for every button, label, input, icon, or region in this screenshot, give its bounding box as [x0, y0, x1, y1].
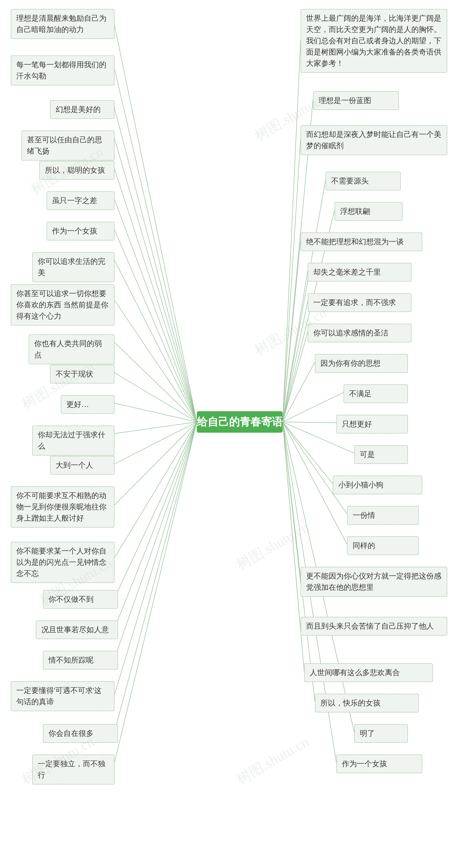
node-l19: 情不知所踪呢 [43, 651, 118, 670]
svg-line-8 [115, 300, 197, 422]
svg-line-17 [115, 422, 197, 628]
node-r22: 作为一个女孩 [336, 754, 422, 773]
node-r14: 小到小猫小狗 [333, 475, 422, 494]
node-r16: 同样的 [347, 536, 419, 555]
node-l3-text: 幻想是美好的 [56, 105, 101, 114]
node-l4-text: 甚至可以任由自己的思绪飞扬 [27, 136, 102, 155]
node-r4-text: 不需要源头 [331, 177, 369, 185]
node-r1-text: 世界上最广阔的是海洋，比海洋更广阔是天空，而比天空更为广阔的是人的胸怀。我们总会… [306, 14, 441, 67]
node-r7-text: 却失之毫米差之千里 [313, 268, 381, 276]
svg-line-15 [115, 422, 197, 558]
node-r12-text: 只想更好 [342, 420, 372, 428]
node-l7: 作为一个女孩 [47, 222, 115, 241]
node-l21: 你会自在很多 [43, 724, 118, 743]
node-l10: 你也有人类共同的弱点 [29, 334, 115, 364]
node-l12: 更好… [61, 395, 115, 414]
node-l11: 不安于现状 [50, 365, 115, 383]
node-l14-text: 大到一个人 [56, 461, 93, 469]
node-l1-text: 理想是清晨醒来勉励自己为自己暗暗加油的动力 [16, 14, 107, 34]
node-r9: 你可以追求感情的圣洁 [308, 323, 411, 342]
node-l1: 理想是清晨醒来勉励自己为自己暗暗加油的动力 [11, 9, 115, 39]
node-l14: 大到一个人 [50, 456, 115, 475]
node-r3: 而幻想却是深夜入梦时能让自己有一个美梦的催眠剂 [300, 125, 447, 155]
svg-line-33 [283, 422, 336, 423]
node-l8: 你可以追求生活的完美 [32, 252, 115, 282]
node-r3-text: 而幻想却是深夜入梦时能让自己有一个美梦的催眠剂 [306, 130, 441, 150]
node-l6-text: 虽只一字之差 [52, 196, 97, 205]
svg-line-5 [115, 199, 197, 422]
node-l18: 况且世事若尽如人意 [36, 620, 118, 639]
node-l10-text: 你也有人类共同的弱点 [34, 340, 102, 359]
svg-line-14 [115, 422, 197, 505]
node-r21-text: 明了 [360, 729, 375, 738]
svg-line-4 [115, 169, 197, 422]
svg-line-20 [115, 422, 197, 732]
node-r10: 因为你有你的思想 [315, 354, 408, 373]
node-l16: 你不能要求某一个人对你自以为是的闪光点一见钟情念念不忘 [11, 542, 115, 583]
node-l2: 每一笔每一划都得用我们的汗水勾勒 [11, 55, 115, 86]
node-r19: 人世间哪有这么多悲欢离合 [304, 663, 433, 682]
svg-line-21 [115, 422, 197, 763]
node-l20: 一定要懂得'可遇不可求'这句话的真谛 [11, 681, 115, 711]
svg-line-31 [283, 362, 315, 422]
node-l19-text: 情不知所踪呢 [49, 656, 93, 664]
node-r2-text: 理想是一份蓝图 [319, 96, 371, 104]
svg-line-16 [115, 422, 197, 598]
svg-line-6 [115, 230, 197, 422]
node-l7-text: 作为一个女孩 [52, 227, 97, 235]
svg-line-10 [115, 373, 197, 422]
node-r9-text: 你可以追求感情的圣洁 [313, 329, 389, 337]
node-r13: 可是 [354, 445, 408, 464]
node-l18-text: 况且世事若尽如人意 [41, 626, 109, 634]
svg-line-32 [283, 393, 344, 422]
node-l22-text: 一定要独立，而不独行 [38, 760, 105, 779]
node-r16-text: 同样的 [353, 541, 375, 550]
node-r11-text: 不满足 [349, 390, 372, 398]
node-l6: 虽只一字之差 [47, 191, 115, 210]
node-r5-text: 浮想联翩 [340, 207, 370, 215]
svg-line-30 [283, 332, 308, 422]
svg-line-24 [283, 138, 300, 422]
mind-map: 树图.shutu.cn 树图.shutu.cn 树图.shutu.cn 树图.s… [0, 0, 458, 868]
svg-line-9 [115, 342, 197, 422]
node-r6-text: 绝不能把理想和幻想混为一谈 [306, 238, 404, 246]
node-r4: 不需要源头 [325, 172, 401, 190]
node-l15: 你不可能要求互不相熟的动物一见到你便很亲昵地往你身上蹭如主人般讨好 [11, 486, 115, 528]
svg-line-27 [283, 241, 300, 422]
svg-line-1 [115, 69, 197, 422]
svg-line-35 [283, 422, 333, 484]
node-r11: 不满足 [344, 384, 408, 403]
node-r7: 却失之毫米差之千里 [308, 263, 411, 282]
node-l8-text: 你可以追求生活的完美 [38, 257, 105, 277]
node-r8: 一定要有追求，而不强求 [308, 293, 411, 312]
node-r8-text: 一定要有追求，而不强求 [313, 299, 396, 307]
node-l20-text: 一定要懂得'可遇不可求'这句话的真谛 [16, 686, 102, 706]
node-r17: 更不能因为你心仪对方就一定得把这份感觉强加在他的思想里 [300, 567, 447, 597]
svg-line-2 [115, 108, 197, 422]
node-r10-text: 因为你有你的思想 [320, 359, 380, 367]
node-l5-text: 所以，聪明的女孩 [45, 166, 105, 174]
svg-line-0 [115, 25, 197, 422]
node-l16-text: 你不能要求某一个人对你自以为是的闪光点一见钟情念念不忘 [16, 547, 107, 578]
svg-line-41 [283, 422, 315, 702]
node-l9-text: 你甚至可以追求一切你想要你喜欢的东西 当然前提是你得有这个心力 [16, 289, 108, 320]
node-l5: 所以，聪明的女孩 [39, 161, 115, 180]
node-r6: 绝不能把理想和幻想混为一谈 [300, 232, 422, 251]
watermark-6: 树图.shutu.cn [233, 518, 312, 575]
node-r18-text: 而且到头来只会苦恼了自己压抑了他人 [306, 622, 434, 630]
svg-line-29 [283, 301, 308, 422]
svg-line-19 [115, 422, 197, 694]
node-r22-text: 作为一个女孩 [342, 760, 387, 768]
svg-line-39 [283, 422, 300, 630]
node-l17-text: 你不仅做不到 [49, 595, 93, 603]
node-r15: 一份情 [347, 506, 419, 525]
node-l11-text: 不安于现状 [56, 370, 93, 378]
watermark-8: 树图.shutu.cn [233, 732, 312, 789]
center-node: 给自己的青春寄语 [197, 411, 283, 433]
node-l22: 一定要独立，而不独行 [32, 754, 115, 784]
svg-line-28 [283, 271, 308, 422]
center-label: 给自己的青春寄语 [197, 415, 283, 429]
node-r2: 理想是一份蓝图 [313, 91, 399, 110]
node-r12: 只想更好 [336, 415, 408, 434]
node-r1: 世界上最广阔的是海洋，比海洋更广阔是天空，而比天空更为广阔的是人的胸怀。我们总会… [300, 9, 447, 73]
